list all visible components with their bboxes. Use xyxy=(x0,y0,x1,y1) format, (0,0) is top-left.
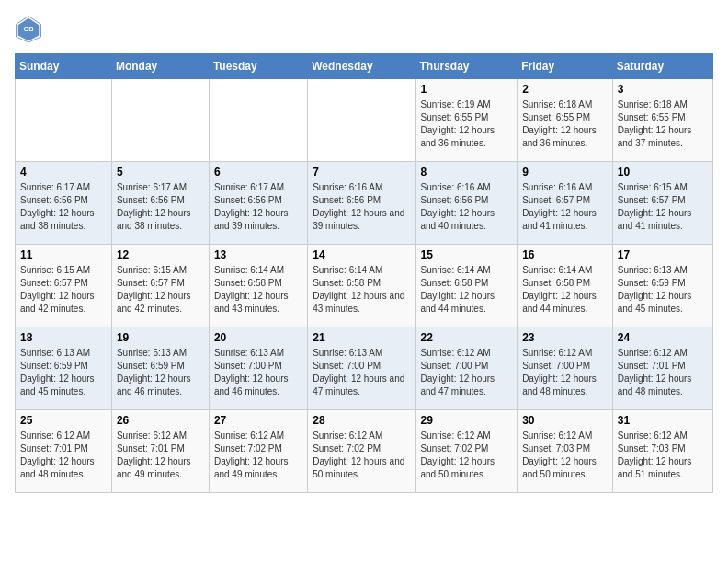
day-number: 18 xyxy=(20,331,107,344)
calendar-table: SundayMondayTuesdayWednesdayThursdayFrid… xyxy=(15,53,713,493)
weekday-header-monday: Monday xyxy=(111,54,209,79)
day-cell: 7 Sunrise: 6:16 AMSunset: 6:56 PMDayligh… xyxy=(308,162,415,245)
day-number: 15 xyxy=(421,248,513,261)
day-number: 2 xyxy=(522,83,608,96)
day-cell: 11 Sunrise: 6:15 AMSunset: 6:57 PMDaylig… xyxy=(16,245,112,327)
day-cell: 1 Sunrise: 6:19 AMSunset: 6:55 PMDayligh… xyxy=(415,79,518,162)
day-info: Sunrise: 6:12 AMSunset: 7:01 PMDaylight:… xyxy=(117,430,204,481)
week-row-5: 25 Sunrise: 6:12 AMSunset: 7:01 PMDaylig… xyxy=(16,410,713,493)
day-info: Sunrise: 6:14 AMSunset: 6:58 PMDaylight:… xyxy=(522,264,608,316)
day-number: 1 xyxy=(421,83,513,96)
day-cell: 14 Sunrise: 6:14 AMSunset: 6:58 PMDaylig… xyxy=(308,245,415,327)
day-number: 9 xyxy=(522,166,608,178)
page-header: GB xyxy=(15,15,713,42)
day-info: Sunrise: 6:12 AMSunset: 7:02 PMDaylight:… xyxy=(313,430,410,481)
logo: GB xyxy=(15,15,46,42)
day-info: Sunrise: 6:18 AMSunset: 6:55 PMDaylight:… xyxy=(522,98,608,150)
day-cell: 28 Sunrise: 6:12 AMSunset: 7:02 PMDaylig… xyxy=(308,410,415,493)
day-info: Sunrise: 6:15 AMSunset: 6:57 PMDaylight:… xyxy=(20,264,107,316)
day-cell: 4 Sunrise: 6:17 AMSunset: 6:56 PMDayligh… xyxy=(16,162,112,245)
day-cell: 17 Sunrise: 6:13 AMSunset: 6:59 PMDaylig… xyxy=(612,245,712,327)
day-info: Sunrise: 6:12 AMSunset: 7:02 PMDaylight:… xyxy=(421,430,513,481)
day-number: 14 xyxy=(313,248,410,261)
day-number: 20 xyxy=(214,331,302,344)
weekday-header-sunday: Sunday xyxy=(16,54,112,79)
day-number: 8 xyxy=(421,166,513,178)
weekday-header-row: SundayMondayTuesdayWednesdayThursdayFrid… xyxy=(16,54,713,79)
day-cell xyxy=(209,79,307,162)
day-number: 16 xyxy=(522,248,608,261)
weekday-header-saturday: Saturday xyxy=(612,54,712,79)
day-cell: 31 Sunrise: 6:12 AMSunset: 7:03 PMDaylig… xyxy=(612,410,712,493)
day-cell xyxy=(308,79,415,162)
day-number: 21 xyxy=(313,331,410,344)
day-number: 3 xyxy=(618,83,708,96)
day-number: 30 xyxy=(522,414,608,427)
day-number: 19 xyxy=(117,331,204,344)
day-info: Sunrise: 6:13 AMSunset: 6:59 PMDaylight:… xyxy=(117,347,204,398)
day-cell: 3 Sunrise: 6:18 AMSunset: 6:55 PMDayligh… xyxy=(612,79,712,162)
day-cell: 22 Sunrise: 6:12 AMSunset: 7:00 PMDaylig… xyxy=(415,327,518,410)
day-cell xyxy=(111,79,209,162)
day-info: Sunrise: 6:15 AMSunset: 6:57 PMDaylight:… xyxy=(117,264,204,316)
day-info: Sunrise: 6:13 AMSunset: 7:00 PMDaylight:… xyxy=(214,347,302,398)
day-info: Sunrise: 6:12 AMSunset: 7:01 PMDaylight:… xyxy=(20,430,107,481)
day-cell: 25 Sunrise: 6:12 AMSunset: 7:01 PMDaylig… xyxy=(16,410,112,493)
day-info: Sunrise: 6:17 AMSunset: 6:56 PMDaylight:… xyxy=(20,181,107,233)
weekday-header-friday: Friday xyxy=(518,54,613,79)
day-cell: 19 Sunrise: 6:13 AMSunset: 6:59 PMDaylig… xyxy=(111,327,209,410)
day-info: Sunrise: 6:16 AMSunset: 6:57 PMDaylight:… xyxy=(522,181,608,233)
day-number: 12 xyxy=(117,248,204,261)
day-cell: 8 Sunrise: 6:16 AMSunset: 6:56 PMDayligh… xyxy=(415,162,518,245)
day-cell: 23 Sunrise: 6:12 AMSunset: 7:00 PMDaylig… xyxy=(518,327,613,410)
day-number: 6 xyxy=(214,166,302,178)
day-cell: 29 Sunrise: 6:12 AMSunset: 7:02 PMDaylig… xyxy=(415,410,518,493)
day-number: 25 xyxy=(20,414,107,427)
day-number: 13 xyxy=(214,248,302,261)
day-cell: 15 Sunrise: 6:14 AMSunset: 6:58 PMDaylig… xyxy=(415,245,518,327)
week-row-3: 11 Sunrise: 6:15 AMSunset: 6:57 PMDaylig… xyxy=(16,245,713,327)
day-cell: 18 Sunrise: 6:13 AMSunset: 6:59 PMDaylig… xyxy=(16,327,112,410)
week-row-1: 1 Sunrise: 6:19 AMSunset: 6:55 PMDayligh… xyxy=(16,79,713,162)
week-row-2: 4 Sunrise: 6:17 AMSunset: 6:56 PMDayligh… xyxy=(16,162,713,245)
day-info: Sunrise: 6:12 AMSunset: 7:00 PMDaylight:… xyxy=(522,347,608,398)
day-number: 23 xyxy=(522,331,608,344)
calendar-header: SundayMondayTuesdayWednesdayThursdayFrid… xyxy=(16,54,713,79)
calendar-body: 1 Sunrise: 6:19 AMSunset: 6:55 PMDayligh… xyxy=(16,79,713,493)
day-number: 28 xyxy=(313,414,410,427)
day-cell: 5 Sunrise: 6:17 AMSunset: 6:56 PMDayligh… xyxy=(111,162,209,245)
day-number: 29 xyxy=(421,414,513,427)
day-cell: 16 Sunrise: 6:14 AMSunset: 6:58 PMDaylig… xyxy=(518,245,613,327)
week-row-4: 18 Sunrise: 6:13 AMSunset: 6:59 PMDaylig… xyxy=(16,327,713,410)
day-cell: 21 Sunrise: 6:13 AMSunset: 7:00 PMDaylig… xyxy=(308,327,415,410)
day-cell: 26 Sunrise: 6:12 AMSunset: 7:01 PMDaylig… xyxy=(111,410,209,493)
day-info: Sunrise: 6:12 AMSunset: 7:00 PMDaylight:… xyxy=(421,347,513,398)
day-info: Sunrise: 6:13 AMSunset: 6:59 PMDaylight:… xyxy=(20,347,107,398)
day-cell: 24 Sunrise: 6:12 AMSunset: 7:01 PMDaylig… xyxy=(612,327,712,410)
day-info: Sunrise: 6:12 AMSunset: 7:03 PMDaylight:… xyxy=(618,430,708,481)
day-cell: 20 Sunrise: 6:13 AMSunset: 7:00 PMDaylig… xyxy=(209,327,307,410)
day-cell: 2 Sunrise: 6:18 AMSunset: 6:55 PMDayligh… xyxy=(518,79,613,162)
day-info: Sunrise: 6:12 AMSunset: 7:02 PMDaylight:… xyxy=(214,430,302,481)
day-number: 17 xyxy=(618,248,708,261)
day-cell: 12 Sunrise: 6:15 AMSunset: 6:57 PMDaylig… xyxy=(111,245,209,327)
day-cell: 6 Sunrise: 6:17 AMSunset: 6:56 PMDayligh… xyxy=(209,162,307,245)
day-info: Sunrise: 6:13 AMSunset: 7:00 PMDaylight:… xyxy=(313,347,410,398)
day-cell: 30 Sunrise: 6:12 AMSunset: 7:03 PMDaylig… xyxy=(518,410,613,493)
logo-icon: GB xyxy=(15,15,42,42)
day-number: 27 xyxy=(214,414,302,427)
day-cell: 13 Sunrise: 6:14 AMSunset: 6:58 PMDaylig… xyxy=(209,245,307,327)
day-info: Sunrise: 6:15 AMSunset: 6:57 PMDaylight:… xyxy=(618,181,708,233)
svg-text:GB: GB xyxy=(23,25,34,33)
day-info: Sunrise: 6:14 AMSunset: 6:58 PMDaylight:… xyxy=(421,264,513,316)
day-info: Sunrise: 6:12 AMSunset: 7:03 PMDaylight:… xyxy=(522,430,608,481)
day-info: Sunrise: 6:13 AMSunset: 6:59 PMDaylight:… xyxy=(618,264,708,316)
day-info: Sunrise: 6:14 AMSunset: 6:58 PMDaylight:… xyxy=(313,264,410,316)
day-info: Sunrise: 6:18 AMSunset: 6:55 PMDaylight:… xyxy=(618,98,708,150)
weekday-header-tuesday: Tuesday xyxy=(209,54,307,79)
day-info: Sunrise: 6:12 AMSunset: 7:01 PMDaylight:… xyxy=(618,347,708,398)
day-cell: 10 Sunrise: 6:15 AMSunset: 6:57 PMDaylig… xyxy=(612,162,712,245)
day-info: Sunrise: 6:17 AMSunset: 6:56 PMDaylight:… xyxy=(214,181,302,233)
day-cell: 27 Sunrise: 6:12 AMSunset: 7:02 PMDaylig… xyxy=(209,410,307,493)
day-cell: 9 Sunrise: 6:16 AMSunset: 6:57 PMDayligh… xyxy=(518,162,613,245)
